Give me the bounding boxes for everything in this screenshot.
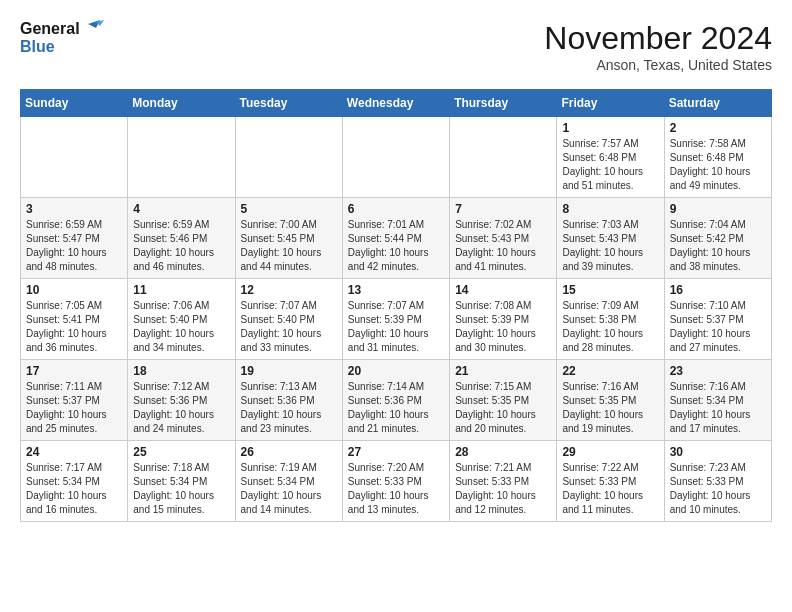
calendar-cell-w3-d2: 12Sunrise: 7:07 AM Sunset: 5:40 PM Dayli… xyxy=(235,279,342,360)
day-number: 22 xyxy=(562,364,658,378)
day-number: 17 xyxy=(26,364,122,378)
day-info: Sunrise: 7:08 AM Sunset: 5:39 PM Dayligh… xyxy=(455,299,551,355)
location: Anson, Texas, United States xyxy=(544,57,772,73)
calendar-week-1: 1Sunrise: 7:57 AM Sunset: 6:48 PM Daylig… xyxy=(21,117,772,198)
calendar-cell-w2-d4: 7Sunrise: 7:02 AM Sunset: 5:43 PM Daylig… xyxy=(450,198,557,279)
day-number: 27 xyxy=(348,445,444,459)
calendar-cell-w4-d5: 22Sunrise: 7:16 AM Sunset: 5:35 PM Dayli… xyxy=(557,360,664,441)
day-info: Sunrise: 7:02 AM Sunset: 5:43 PM Dayligh… xyxy=(455,218,551,274)
day-number: 23 xyxy=(670,364,766,378)
day-number: 8 xyxy=(562,202,658,216)
calendar-cell-w1-d1 xyxy=(128,117,235,198)
day-number: 1 xyxy=(562,121,658,135)
day-info: Sunrise: 7:10 AM Sunset: 5:37 PM Dayligh… xyxy=(670,299,766,355)
day-number: 15 xyxy=(562,283,658,297)
day-number: 2 xyxy=(670,121,766,135)
day-number: 11 xyxy=(133,283,229,297)
logo-general: General xyxy=(20,20,80,38)
day-info: Sunrise: 7:07 AM Sunset: 5:40 PM Dayligh… xyxy=(241,299,337,355)
day-number: 5 xyxy=(241,202,337,216)
calendar-cell-w4-d4: 21Sunrise: 7:15 AM Sunset: 5:35 PM Dayli… xyxy=(450,360,557,441)
calendar-cell-w3-d4: 14Sunrise: 7:08 AM Sunset: 5:39 PM Dayli… xyxy=(450,279,557,360)
day-info: Sunrise: 7:05 AM Sunset: 5:41 PM Dayligh… xyxy=(26,299,122,355)
day-number: 29 xyxy=(562,445,658,459)
calendar-cell-w5-d3: 27Sunrise: 7:20 AM Sunset: 5:33 PM Dayli… xyxy=(342,441,449,522)
calendar-cell-w2-d1: 4Sunrise: 6:59 AM Sunset: 5:46 PM Daylig… xyxy=(128,198,235,279)
calendar-cell-w5-d1: 25Sunrise: 7:18 AM Sunset: 5:34 PM Dayli… xyxy=(128,441,235,522)
day-number: 20 xyxy=(348,364,444,378)
calendar-cell-w4-d1: 18Sunrise: 7:12 AM Sunset: 5:36 PM Dayli… xyxy=(128,360,235,441)
calendar-cell-w2-d6: 9Sunrise: 7:04 AM Sunset: 5:42 PM Daylig… xyxy=(664,198,771,279)
day-info: Sunrise: 7:13 AM Sunset: 5:36 PM Dayligh… xyxy=(241,380,337,436)
calendar-cell-w1-d5: 1Sunrise: 7:57 AM Sunset: 6:48 PM Daylig… xyxy=(557,117,664,198)
calendar-cell-w3-d3: 13Sunrise: 7:07 AM Sunset: 5:39 PM Dayli… xyxy=(342,279,449,360)
weekday-header-thursday: Thursday xyxy=(450,90,557,117)
day-info: Sunrise: 7:58 AM Sunset: 6:48 PM Dayligh… xyxy=(670,137,766,193)
calendar-week-3: 10Sunrise: 7:05 AM Sunset: 5:41 PM Dayli… xyxy=(21,279,772,360)
day-info: Sunrise: 7:21 AM Sunset: 5:33 PM Dayligh… xyxy=(455,461,551,517)
calendar-cell-w5-d2: 26Sunrise: 7:19 AM Sunset: 5:34 PM Dayli… xyxy=(235,441,342,522)
day-info: Sunrise: 7:07 AM Sunset: 5:39 PM Dayligh… xyxy=(348,299,444,355)
weekday-header-monday: Monday xyxy=(128,90,235,117)
day-number: 4 xyxy=(133,202,229,216)
day-number: 14 xyxy=(455,283,551,297)
calendar-cell-w2-d5: 8Sunrise: 7:03 AM Sunset: 5:43 PM Daylig… xyxy=(557,198,664,279)
calendar-week-4: 17Sunrise: 7:11 AM Sunset: 5:37 PM Dayli… xyxy=(21,360,772,441)
day-info: Sunrise: 7:00 AM Sunset: 5:45 PM Dayligh… xyxy=(241,218,337,274)
calendar-cell-w2-d3: 6Sunrise: 7:01 AM Sunset: 5:44 PM Daylig… xyxy=(342,198,449,279)
day-info: Sunrise: 7:16 AM Sunset: 5:34 PM Dayligh… xyxy=(670,380,766,436)
day-info: Sunrise: 7:23 AM Sunset: 5:33 PM Dayligh… xyxy=(670,461,766,517)
weekday-header-friday: Friday xyxy=(557,90,664,117)
weekday-header-saturday: Saturday xyxy=(664,90,771,117)
calendar-cell-w2-d2: 5Sunrise: 7:00 AM Sunset: 5:45 PM Daylig… xyxy=(235,198,342,279)
calendar-cell-w3-d1: 11Sunrise: 7:06 AM Sunset: 5:40 PM Dayli… xyxy=(128,279,235,360)
weekday-header-sunday: Sunday xyxy=(21,90,128,117)
calendar-cell-w5-d0: 24Sunrise: 7:17 AM Sunset: 5:34 PM Dayli… xyxy=(21,441,128,522)
calendar-cell-w3-d6: 16Sunrise: 7:10 AM Sunset: 5:37 PM Dayli… xyxy=(664,279,771,360)
day-number: 30 xyxy=(670,445,766,459)
weekday-header-row: SundayMondayTuesdayWednesdayThursdayFrid… xyxy=(21,90,772,117)
calendar-week-5: 24Sunrise: 7:17 AM Sunset: 5:34 PM Dayli… xyxy=(21,441,772,522)
calendar-cell-w1-d6: 2Sunrise: 7:58 AM Sunset: 6:48 PM Daylig… xyxy=(664,117,771,198)
day-number: 13 xyxy=(348,283,444,297)
day-number: 10 xyxy=(26,283,122,297)
day-info: Sunrise: 6:59 AM Sunset: 5:46 PM Dayligh… xyxy=(133,218,229,274)
calendar-cell-w4-d2: 19Sunrise: 7:13 AM Sunset: 5:36 PM Dayli… xyxy=(235,360,342,441)
day-info: Sunrise: 7:09 AM Sunset: 5:38 PM Dayligh… xyxy=(562,299,658,355)
calendar-cell-w1-d0 xyxy=(21,117,128,198)
day-info: Sunrise: 6:59 AM Sunset: 5:47 PM Dayligh… xyxy=(26,218,122,274)
day-info: Sunrise: 7:19 AM Sunset: 5:34 PM Dayligh… xyxy=(241,461,337,517)
calendar-cell-w5-d4: 28Sunrise: 7:21 AM Sunset: 5:33 PM Dayli… xyxy=(450,441,557,522)
logo-blue: Blue xyxy=(20,38,104,56)
logo: General Blue xyxy=(20,20,104,56)
day-info: Sunrise: 7:16 AM Sunset: 5:35 PM Dayligh… xyxy=(562,380,658,436)
day-number: 19 xyxy=(241,364,337,378)
day-number: 7 xyxy=(455,202,551,216)
day-number: 24 xyxy=(26,445,122,459)
logo-bird-icon xyxy=(82,20,104,38)
day-number: 21 xyxy=(455,364,551,378)
day-info: Sunrise: 7:15 AM Sunset: 5:35 PM Dayligh… xyxy=(455,380,551,436)
day-number: 26 xyxy=(241,445,337,459)
calendar-cell-w3-d5: 15Sunrise: 7:09 AM Sunset: 5:38 PM Dayli… xyxy=(557,279,664,360)
calendar-cell-w4-d3: 20Sunrise: 7:14 AM Sunset: 5:36 PM Dayli… xyxy=(342,360,449,441)
day-number: 28 xyxy=(455,445,551,459)
day-number: 6 xyxy=(348,202,444,216)
day-number: 25 xyxy=(133,445,229,459)
weekday-header-tuesday: Tuesday xyxy=(235,90,342,117)
day-info: Sunrise: 7:01 AM Sunset: 5:44 PM Dayligh… xyxy=(348,218,444,274)
day-info: Sunrise: 7:14 AM Sunset: 5:36 PM Dayligh… xyxy=(348,380,444,436)
calendar-cell-w1-d3 xyxy=(342,117,449,198)
title-block: November 2024 Anson, Texas, United State… xyxy=(544,20,772,73)
day-info: Sunrise: 7:03 AM Sunset: 5:43 PM Dayligh… xyxy=(562,218,658,274)
calendar-cell-w3-d0: 10Sunrise: 7:05 AM Sunset: 5:41 PM Dayli… xyxy=(21,279,128,360)
day-number: 18 xyxy=(133,364,229,378)
day-info: Sunrise: 7:18 AM Sunset: 5:34 PM Dayligh… xyxy=(133,461,229,517)
day-info: Sunrise: 7:57 AM Sunset: 6:48 PM Dayligh… xyxy=(562,137,658,193)
day-info: Sunrise: 7:11 AM Sunset: 5:37 PM Dayligh… xyxy=(26,380,122,436)
page-header: General Blue November 2024 Anson, Texas,… xyxy=(20,20,772,73)
day-info: Sunrise: 7:04 AM Sunset: 5:42 PM Dayligh… xyxy=(670,218,766,274)
calendar-cell-w4-d6: 23Sunrise: 7:16 AM Sunset: 5:34 PM Dayli… xyxy=(664,360,771,441)
calendar-cell-w1-d2 xyxy=(235,117,342,198)
day-number: 12 xyxy=(241,283,337,297)
